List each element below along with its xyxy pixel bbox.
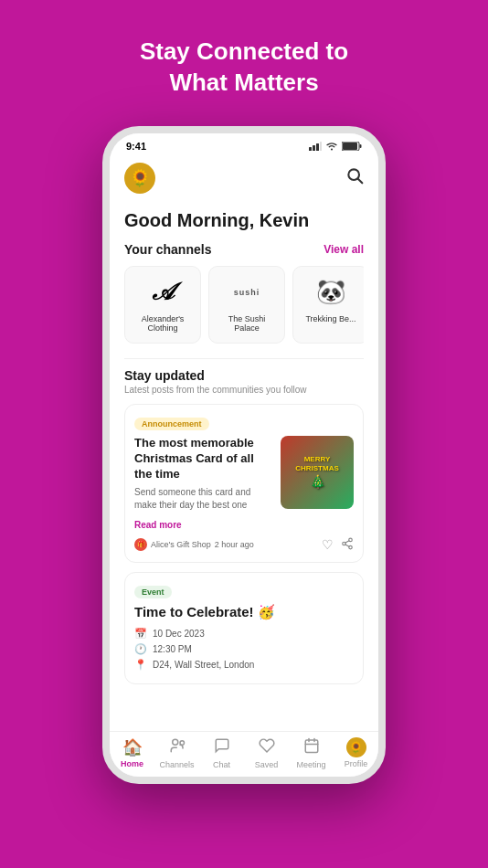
user-avatar[interactable]: 🌻 (124, 163, 155, 194)
view-all-button[interactable]: View all (324, 243, 364, 256)
nav-chat[interactable]: Chat (204, 737, 240, 769)
svg-line-13 (345, 545, 349, 546)
nav-chat-label: Chat (213, 760, 230, 769)
channel-name-0: Alexander's Clothing (131, 314, 195, 334)
nav-profile[interactable]: 🌻 Profile (338, 737, 375, 768)
post-desc-0: Send someone this card and make their da… (134, 486, 273, 512)
channel-name-1: The Sushi Palace (215, 314, 279, 334)
nav-saved-label: Saved (255, 760, 279, 769)
bottom-nav: 🏠 Home Channels Chat (110, 731, 378, 777)
channel-item-2[interactable]: 🐼 Trekking Be... (292, 266, 364, 344)
post-meta-0: 🎁 Alice's Gift Shop 2 hour ago ♡ (134, 537, 354, 553)
nav-home[interactable]: 🏠 Home (114, 737, 151, 768)
calendar-icon: 📅 (134, 628, 147, 640)
channels-list: 𝒜 Alexander's Clothing sushi The Sushi P… (124, 266, 364, 344)
status-bar: 9:41 (110, 133, 378, 155)
nav-saved[interactable]: Saved (249, 737, 285, 769)
svg-rect-17 (305, 740, 318, 753)
channel-name-2: Trekking Be... (305, 314, 355, 324)
content-area: Good Morning, Kevin Your channels View a… (110, 201, 378, 731)
event-card-0: Event Time to Celebrate! 🥳 📅 10 Dec 2023… (124, 572, 364, 684)
svg-rect-7 (360, 144, 362, 148)
search-button[interactable] (345, 166, 364, 189)
signal-icon (309, 142, 322, 151)
event-location-0: 📍 D24, Wall Street, London (134, 659, 354, 671)
author-name-0: Alice's Gift Shop (151, 540, 211, 549)
post-inner-0: The most memorable Christmas Card of all… (134, 436, 354, 532)
post-title-0: The most memorable Christmas Card of all… (134, 436, 273, 482)
event-date-text-0: 10 Dec 2023 (153, 629, 205, 639)
post-actions-0: ♡ (322, 537, 354, 553)
nav-channels-label: Channels (159, 760, 194, 769)
avatar-emoji: 🌻 (130, 168, 150, 188)
event-title-0: Time to Celebrate! 🥳 (134, 604, 354, 620)
svg-point-15 (172, 739, 177, 745)
svg-point-16 (180, 740, 185, 745)
post-image-0: MERRY CHRISTMAS 🎄 (281, 436, 354, 509)
channels-icon (169, 737, 186, 758)
channel-logo-2: 🐼 (314, 276, 347, 309)
wifi-icon (325, 142, 338, 151)
post-tag-0: Announcement (134, 418, 209, 430)
channel-logo-0: 𝒜 (146, 276, 179, 309)
battery-icon (342, 142, 362, 151)
clock-icon: 🕐 (134, 643, 147, 655)
event-tag-0: Event (134, 586, 172, 598)
greeting-text: Good Morning, Kevin (124, 201, 364, 242)
chat-icon (214, 737, 230, 758)
hero-line1: Stay Connected to (140, 37, 348, 65)
post-card-0: Announcement The most memorable Christma… (124, 404, 364, 563)
author-avatar-0: 🎁 (134, 538, 147, 551)
divider-1 (124, 358, 364, 359)
channels-title: Your channels (124, 242, 211, 257)
saved-icon (259, 737, 275, 758)
channels-header: Your channels View all (124, 242, 364, 257)
profile-avatar: 🌻 (346, 737, 366, 757)
nav-meeting[interactable]: Meeting (293, 737, 330, 769)
top-bar: 🌻 (110, 155, 378, 201)
home-icon: 🏠 (122, 737, 143, 757)
svg-rect-1 (313, 145, 315, 151)
svg-line-14 (345, 541, 349, 543)
event-time-text-0: 12:30 PM (153, 644, 192, 654)
feed-subtitle: Latest posts from the communities you fo… (124, 385, 364, 395)
nav-home-label: Home (121, 759, 143, 768)
event-date-0: 📅 10 Dec 2023 (134, 628, 354, 640)
channel-logo-1: sushi (230, 276, 263, 309)
nav-profile-label: Profile (345, 759, 368, 768)
status-time: 9:41 (126, 141, 146, 152)
svg-rect-2 (316, 143, 319, 151)
read-more-button-0[interactable]: Read more (134, 520, 182, 530)
post-author-0: 🎁 Alice's Gift Shop 2 hour ago (134, 538, 254, 551)
location-icon: 📍 (134, 659, 147, 671)
post-text-area-0: The most memorable Christmas Card of all… (134, 436, 273, 532)
channel-item-0[interactable]: 𝒜 Alexander's Clothing (124, 266, 201, 344)
phone-mockup: 9:41 🌻 (102, 126, 386, 784)
like-button-0[interactable]: ♡ (322, 537, 334, 552)
nav-channels[interactable]: Channels (159, 737, 196, 769)
nav-meeting-label: Meeting (296, 760, 325, 769)
share-button-0[interactable] (341, 537, 354, 553)
event-time-0: 🕐 12:30 PM (134, 643, 354, 655)
svg-rect-6 (343, 143, 357, 150)
feed-title: Stay updated (124, 368, 364, 383)
hero-line2: What Matters (169, 69, 318, 96)
svg-point-4 (331, 148, 333, 150)
svg-rect-3 (320, 142, 322, 151)
svg-rect-0 (309, 147, 312, 151)
phone-screen: 🌻 Good Morning, Kevin Your channels View… (110, 155, 378, 777)
event-location-text-0: D24, Wall Street, London (153, 660, 254, 670)
channel-item-1[interactable]: sushi The Sushi Palace (208, 266, 285, 344)
meeting-icon (303, 737, 320, 758)
status-icons (309, 142, 362, 151)
svg-line-9 (358, 179, 363, 184)
post-time-0: 2 hour ago (215, 540, 254, 549)
hero-section: Stay Connected to What Matters (122, 0, 366, 117)
